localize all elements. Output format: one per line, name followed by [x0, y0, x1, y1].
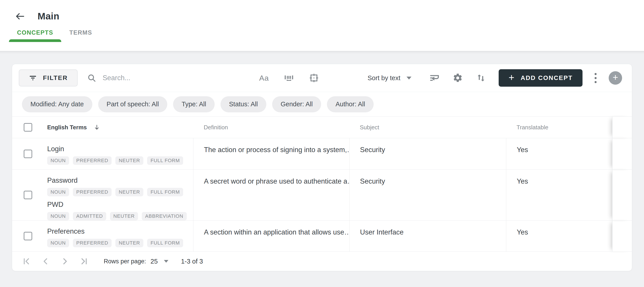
- chip-type[interactable]: Type: All: [173, 96, 215, 112]
- whole-word-button[interactable]: [284, 73, 294, 83]
- table-row[interactable]: Preferences NOUN PREFERRED NEUTER FULL F…: [12, 221, 632, 252]
- chip-gender[interactable]: Gender: All: [272, 96, 321, 112]
- back-button[interactable]: [14, 10, 26, 22]
- table-row[interactable]: Login NOUN PREFERRED NEUTER FULL FORM Th…: [12, 138, 632, 170]
- sort-by-label: Sort by text: [368, 74, 400, 82]
- toolbar: FILTER Search... Aa: [12, 64, 632, 92]
- last-page-icon: [79, 256, 89, 267]
- search-placeholder: Search...: [103, 74, 130, 82]
- pinned-actions-column: [612, 117, 632, 138]
- focus-frame-button[interactable]: [309, 73, 319, 83]
- tab-bar: CONCEPTS TERMS: [9, 23, 644, 42]
- quick-add-button[interactable]: +: [609, 71, 622, 85]
- terms-cell: Password NOUN PREFERRED NEUTER FULL FORM…: [47, 170, 193, 221]
- tab-concepts[interactable]: CONCEPTS: [9, 23, 61, 42]
- term-tag: NEUTER: [116, 156, 143, 165]
- chip-status[interactable]: Status: All: [220, 96, 266, 112]
- focus-frame-icon: [309, 73, 319, 83]
- add-concept-button[interactable]: + ADD CONCEPT: [499, 69, 582, 87]
- rows-per-page-select[interactable]: Rows per page: 25: [104, 258, 168, 265]
- term-tag: FULL FORM: [147, 239, 183, 247]
- definition-cell: A section within an application that all…: [193, 221, 349, 252]
- row-checkbox[interactable]: [24, 150, 32, 158]
- app-header: Main CONCEPTS TERMS: [0, 0, 644, 51]
- rows-per-page-label: Rows per page:: [104, 258, 146, 265]
- concepts-card: FILTER Search... Aa: [12, 64, 632, 271]
- subject-cell: User Interface: [349, 221, 506, 252]
- arrow-left-icon: [15, 11, 26, 22]
- row-checkbox[interactable]: [24, 191, 32, 199]
- chevron-right-icon: [60, 256, 70, 267]
- row-actions-cell: [612, 138, 632, 170]
- settings-button[interactable]: [452, 73, 463, 83]
- translatable-cell: Yes: [506, 138, 612, 170]
- term-text: PWD: [47, 201, 186, 209]
- add-concept-label: ADD CONCEPT: [520, 74, 573, 81]
- translatable-cell: Yes: [506, 170, 612, 221]
- sort-by-select[interactable]: Sort by text: [368, 74, 412, 82]
- kebab-dot: [594, 77, 596, 79]
- whole-word-icon: [284, 73, 294, 83]
- search-input[interactable]: Search...: [87, 73, 230, 83]
- plus-icon: +: [508, 73, 514, 82]
- previous-page-button[interactable]: [40, 256, 51, 267]
- term-tag: NOUN: [47, 212, 69, 221]
- term-tag: PREFERRED: [73, 188, 112, 196]
- row-actions-cell: [612, 221, 632, 252]
- chip-author[interactable]: Author: All: [327, 96, 374, 112]
- next-page-button[interactable]: [60, 256, 70, 267]
- last-page-button[interactable]: [79, 256, 90, 267]
- more-options-button[interactable]: [592, 71, 599, 85]
- filter-button-label: FILTER: [43, 74, 68, 81]
- row-actions-cell: [612, 170, 632, 221]
- first-page-icon: [21, 256, 32, 267]
- column-header-definition[interactable]: Definition: [193, 124, 349, 131]
- gear-icon: [452, 73, 463, 83]
- term-tag: PREFERRED: [73, 156, 112, 165]
- page-title: Main: [38, 11, 60, 22]
- caret-down-icon: [164, 260, 168, 263]
- search-icon: [87, 73, 96, 83]
- chip-part-of-speech[interactable]: Part of speech: All: [98, 96, 168, 112]
- column-header-translatable[interactable]: Translatable: [506, 124, 612, 131]
- row-checkbox[interactable]: [24, 232, 32, 240]
- sort-desc-arrow-icon: [94, 124, 100, 131]
- term-text: Login: [47, 145, 64, 153]
- filter-icon: [28, 74, 37, 82]
- select-all-checkbox[interactable]: [24, 123, 32, 132]
- page-background: FILTER Search... Aa: [0, 51, 644, 287]
- terms-cell: Login NOUN PREFERRED NEUTER FULL FORM: [47, 138, 193, 170]
- sort-order-button[interactable]: [476, 73, 486, 83]
- plus-icon: +: [613, 73, 618, 82]
- kebab-dot: [594, 73, 596, 75]
- term-text: Password: [47, 176, 78, 184]
- term-tag: NEUTER: [116, 239, 143, 247]
- rows-per-page-value: 25: [150, 258, 158, 265]
- subject-cell: Security: [349, 138, 506, 170]
- term-tag: NOUN: [47, 188, 69, 196]
- first-page-button[interactable]: [21, 256, 32, 267]
- definition-cell: The action or process of signing into a …: [193, 138, 349, 170]
- table-footer: Rows per page: 25 1-3 of 3: [12, 252, 632, 271]
- wrap-text-button[interactable]: [429, 73, 440, 83]
- match-case-icon: Aa: [259, 74, 269, 82]
- definition-cell: A secret word or phrase used to authenti…: [193, 170, 349, 221]
- term-text: Preferences: [47, 227, 84, 235]
- term-tag: NOUN: [47, 156, 69, 165]
- filter-button[interactable]: FILTER: [19, 69, 78, 86]
- term-tag: NEUTER: [116, 188, 143, 196]
- subject-cell: Security: [349, 170, 506, 221]
- pagination-range: 1-3 of 3: [181, 258, 203, 265]
- term-tag: FULL FORM: [147, 188, 183, 196]
- filter-chips-row: Modified: Any date Part of speech: All T…: [12, 92, 632, 117]
- table-header-row: English Terms Definition Subject Transla…: [12, 117, 632, 138]
- match-case-button[interactable]: Aa: [259, 74, 269, 82]
- table-row[interactable]: Password NOUN PREFERRED NEUTER FULL FORM…: [12, 170, 632, 221]
- column-header-subject[interactable]: Subject: [349, 124, 506, 131]
- kebab-dot: [594, 81, 596, 83]
- tab-terms[interactable]: TERMS: [61, 23, 100, 42]
- swap-vert-icon: [476, 73, 486, 83]
- chip-modified[interactable]: Modified: Any date: [22, 96, 92, 112]
- column-header-english-terms[interactable]: English Terms: [47, 124, 193, 131]
- chevron-left-icon: [40, 256, 51, 267]
